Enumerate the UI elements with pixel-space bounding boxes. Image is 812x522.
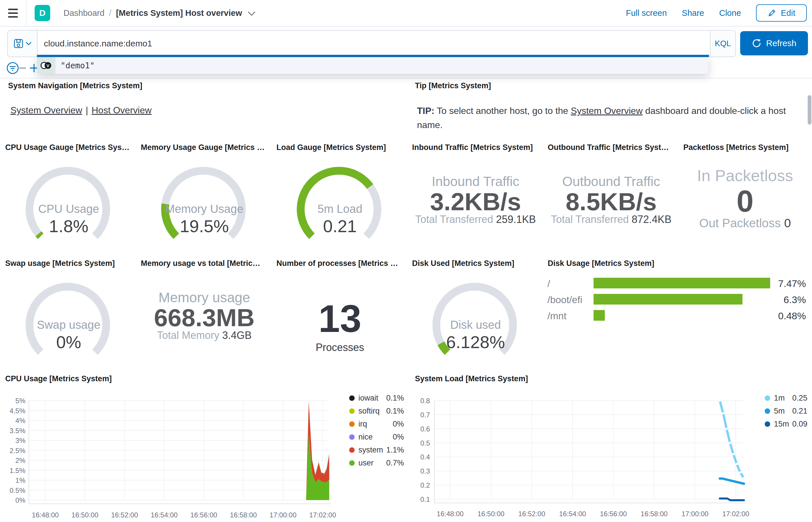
metric-value: 13 [274,297,406,340]
disk-usage-bar-chart: /7.47%/boot/efi6.3%/mnt0.48% [548,275,806,324]
legend-item-user[interactable]: user0.7% [349,459,404,467]
metric-value: 668.3MB [138,302,271,334]
metric-subtext: Total Transferred 872.4KB [545,214,677,225]
axis-label: 16:48:00 [437,510,463,518]
panel-disk-used-gauge: Disk Used [Metrics System] Disk used 6.1… [409,258,542,372]
host-overview-link[interactable]: Host Overview [92,105,152,116]
axis-label: 4% [15,417,25,424]
cpu-chart-legend: iowait0.1%softirq0.1%irq0%nice0%system1.… [349,394,404,472]
legend-dot-icon [349,447,355,453]
panel-title: Memory Usage Gauge [Metrics … [141,143,264,152]
full-screen-link[interactable]: Full screen [626,8,667,18]
metric-subtext: Total Memory 3.4GB [138,329,271,341]
panel-memory-usage-gauge: Memory Usage Gauge [Metrics … Memory Usa… [138,142,271,256]
legend-item-softirq[interactable]: softirq0.1% [349,407,404,415]
breadcrumb-dashboard-link[interactable]: Dashboard [63,8,104,18]
panel-inbound-traffic: Inbound Traffic [Metrics System] Inbound… [409,142,542,256]
edit-button[interactable]: Edit [756,4,807,22]
legend-item-irq[interactable]: irq0% [349,420,404,428]
legend-item-5m[interactable]: 5m0.21 [765,407,807,415]
axis-label: 0.7 [420,411,430,419]
load-chart-legend: 1m0.255m0.2115m0.09 [765,394,807,433]
legend-name: 1m [774,394,785,403]
axis-label: 17:02:00 [722,510,749,518]
suggestion-text: "demo1" [55,57,95,74]
tip-system-overview-link[interactable]: System Overview [571,105,642,116]
legend-item-system[interactable]: system1.1% [349,446,404,454]
refresh-button[interactable]: Refresh [740,31,808,55]
saved-query-menu-button[interactable] [8,31,38,57]
legend-value: 0% [393,433,404,442]
space-avatar[interactable]: D [35,5,50,21]
vertical-scrollbar[interactable] [808,95,811,125]
legend-value: 0.1% [386,407,404,416]
axis-label: 0.4 [420,453,430,461]
legend-dot-icon [765,408,770,414]
gauge-label: Memory Usage [138,202,271,216]
legend-name: iowait [358,394,378,403]
tip-bold: TIP: [417,105,434,116]
metric-value: 3.2KB/s [409,186,542,218]
axis-label: 16:52:00 [111,511,138,519]
top-bar: D Dashboard / [Metrics System] Host over… [0,0,812,26]
legend-name: nice [358,433,373,442]
minus-icon[interactable] [19,67,26,68]
clone-link[interactable]: Clone [719,8,741,18]
axis-label: 0.3 [420,467,430,475]
gauge-value: 0% [2,332,135,352]
metric-sub-label: Total Transferred [415,214,496,225]
bar-fill [594,278,770,288]
legend-dot-icon [349,434,355,440]
system-navigation-links: System Overview | Host Overview [11,105,152,116]
bar-value-label: 6.3% [784,294,806,305]
query-input[interactable] [38,31,710,57]
filter-icon[interactable] [6,62,19,75]
bar-category-label: /mnt [548,310,567,322]
legend-item-15m[interactable]: 15m0.09 [765,420,807,428]
panel-title: Disk Used [Metrics System] [412,259,514,268]
axis-label: 0.8 [420,397,430,405]
axis-label: 2.5% [9,447,25,455]
kql-language-button[interactable]: KQL [710,31,735,57]
data-point-marker [722,412,724,415]
system-overview-link[interactable]: System Overview [11,105,82,116]
data-point-marker [726,428,728,430]
breadcrumb: Dashboard / [Metrics System] Host overvi… [63,8,255,18]
axis-label: 17:00:00 [681,510,708,518]
chevron-down-icon[interactable] [248,12,255,16]
panel-title: Inbound Traffic [Metrics System] [412,143,533,152]
share-link[interactable]: Share [682,8,704,18]
legend-item-1m[interactable]: 1m0.25 [765,394,807,402]
hamburger-menu-icon[interactable] [0,0,26,26]
panel-title: Memory usage vs total [Metric… [141,259,260,268]
bar-category-label: / [548,278,550,289]
panel-title: System Navigation [Metrics System] [8,81,142,90]
edit-button-label: Edit [781,8,795,18]
panel-tip: Tip [Metrics System] TIP: To select anot… [412,80,807,139]
bar-value-label: 7.47% [778,278,806,289]
legend-name: user [358,459,374,467]
system-load-chart[interactable]: 0.10.20.30.40.50.60.70.816:48:0016:50:00… [412,373,810,520]
panel-disk-usage: Disk Usage [Metrics System] /7.47%/boot/… [545,258,810,372]
gauge-value: 0.21 [274,216,406,236]
axis-label: 5% [15,397,25,405]
panel-outbound-traffic: Outbound Traffic [Metrics Syst… Outbound… [545,142,677,256]
axis-label: 0.5 [420,439,430,447]
panel-title: Number of processes [Metrics … [276,259,398,268]
panel-title: Swap usage [Metrics System] [5,259,115,268]
data-point-marker [739,471,741,474]
panel-load-gauge: Load Gauge [Metrics System] 5m Load 0.21 [274,142,406,256]
tip-text: TIP: To select another host, go to the S… [417,104,801,132]
query-suggestion-item[interactable]: V "demo1" [37,57,708,74]
panel-packetloss: Packetloss [Metrics System] In Packetlos… [680,142,810,256]
cpu-usage-chart[interactable]: 0%0.5%1%1.5%2%2.5%3%3.5%4%4.5%5%16:48:00… [2,373,408,520]
axis-label: 0.2 [420,481,430,489]
legend-item-iowait[interactable]: iowait0.1% [349,394,404,402]
panel-title: Outbound Traffic [Metrics Syst… [548,143,669,152]
bar-fill [594,294,742,304]
legend-item-nice[interactable]: nice0% [349,433,404,441]
legend-value: 0.7% [386,459,404,467]
panel-number-of-processes: Number of processes [Metrics … 13 Proces… [274,258,406,372]
bar-track [594,294,783,304]
axis-label: 16:50:00 [72,511,98,519]
